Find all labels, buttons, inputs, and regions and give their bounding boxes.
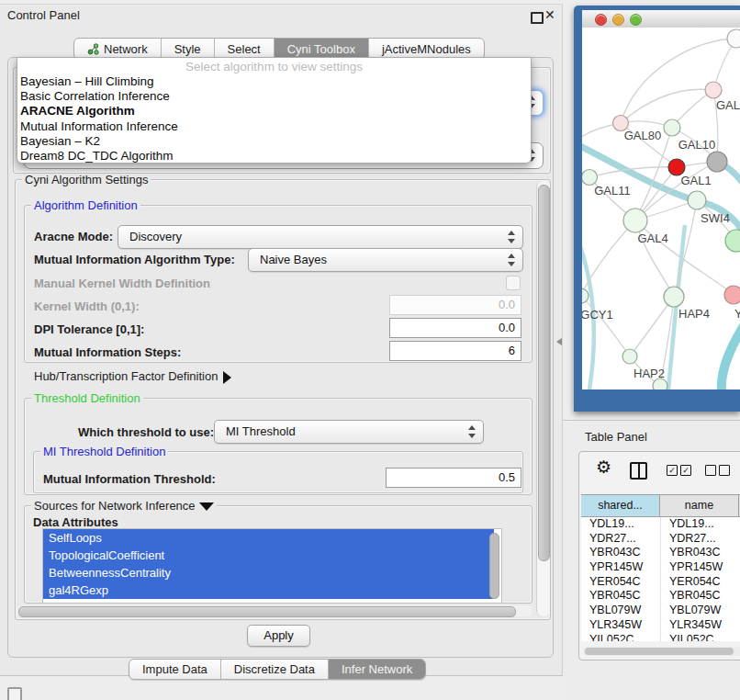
tab-select-label: Select (228, 42, 261, 56)
column-layout-icon[interactable] (630, 462, 647, 480)
control-panel-titlebar: Control Panel ✕ (0, 5, 562, 27)
node-gray[interactable] (707, 152, 727, 172)
node-gal11[interactable] (582, 170, 598, 186)
table-row[interactable]: YPR145W YPR145W 9. (581, 560, 740, 575)
scrollbar-thumb[interactable] (585, 648, 734, 655)
table-toolbar: ⚙ ✓ ✓ (579, 452, 740, 492)
table-row[interactable]: YIL052C YIL052C 9 (581, 633, 740, 641)
node-label: SWI4 (701, 211, 730, 225)
node-label: HAP2 (633, 367, 665, 380)
which-threshold-select[interactable]: MI Threshold (214, 420, 484, 444)
algorithm-dropdown-popup: Select algorithm to view settings Bayesi… (17, 57, 532, 164)
table-row[interactable]: YDL19... YDL19... 13 (581, 517, 740, 532)
node-hap4[interactable] (664, 287, 684, 307)
table-row[interactable]: YBR043C YBR043C (581, 546, 740, 560)
collapse-arrow-icon (199, 502, 214, 511)
apply-button[interactable]: Apply (247, 625, 310, 647)
table-row[interactable]: YBR045C YBR045C 9. (581, 589, 740, 604)
menu-item-basic-correlation[interactable]: Basic Correlation Inference (17, 89, 531, 104)
hub-definition-toggle[interactable]: Hub/Transcription Factor Definition (34, 369, 231, 384)
mi-threshold-field[interactable]: 0.5 (386, 468, 521, 488)
menu-item-aracne[interactable]: ARACNE Algorithm (17, 104, 531, 119)
node-label: GAL4 (637, 231, 667, 245)
sources-toggle[interactable]: Sources for Network Inference (31, 500, 217, 512)
settings-horizontal-scrollbar[interactable] (17, 605, 533, 616)
menu-item-bayesian-hill-climbing[interactable]: Bayesian – Hill Climbing (17, 74, 531, 89)
tab-impute-data-label: Impute Data (142, 662, 207, 676)
menu-item-bayesian-k2[interactable]: Bayesian – K2 (17, 134, 531, 149)
tab-impute-data[interactable]: Impute Data (129, 660, 221, 679)
node-label: GAL11 (594, 184, 631, 198)
list-item[interactable]: gal4RGexp (43, 581, 494, 599)
node[interactable] (725, 230, 740, 252)
cell: YIL052C (581, 633, 660, 641)
node[interactable] (727, 29, 740, 48)
manual-kernel-width-checkbox[interactable] (506, 276, 521, 290)
scrollbar-thumb[interactable] (18, 606, 516, 617)
panel-divider-arrow[interactable] (556, 338, 562, 345)
network-view-window[interactable]: GAL GAL80 GAL10 GAL1 GAL11 SWI4 GAL4 GCY… (574, 6, 740, 412)
table-row[interactable]: YER054C YER054C 8. (581, 575, 740, 590)
node-hap2[interactable] (622, 349, 637, 364)
table-row[interactable]: YBL079W YBL079W (581, 604, 740, 618)
select-none-icon[interactable] (705, 465, 716, 476)
tab-jactivemnodules-label: jActiveMNodules (382, 42, 471, 56)
network-icon (87, 43, 99, 55)
select-all-checked-icon[interactable]: ✓ (680, 465, 691, 476)
node-label: GAL1 (680, 174, 711, 187)
table-header-row: shared... name A (581, 494, 740, 517)
tab-style[interactable]: Style (162, 39, 215, 59)
tab-discretize-data[interactable]: Discretize Data (221, 660, 329, 679)
data-attributes-label: Data Attributes (33, 515, 118, 529)
list-item[interactable]: BetweennessCentrality (43, 564, 494, 581)
mi-steps-field[interactable]: 6 (389, 341, 521, 361)
zoom-window-icon[interactable] (630, 14, 642, 26)
column-header-name[interactable]: name (660, 495, 739, 516)
table-horizontal-scrollbar[interactable] (583, 647, 740, 656)
node-label: GAL (716, 98, 740, 112)
mi-algorithm-type-select[interactable]: Naive Bayes (248, 248, 523, 272)
node-gal10[interactable] (664, 119, 680, 136)
list-scrollbar[interactable] (489, 533, 499, 599)
node-y[interactable] (724, 286, 740, 304)
tab-infer-network[interactable]: Infer Network (329, 660, 425, 679)
menu-item-mutual-information[interactable]: Mutual Information Inference (17, 119, 531, 134)
close-panel-icon[interactable]: ✕ (544, 7, 555, 22)
select-none-icon[interactable] (719, 465, 730, 476)
list-item[interactable]: SelfLoops (43, 529, 494, 547)
which-threshold-label: Which threshold to use: (78, 425, 214, 439)
minimize-window-icon[interactable] (612, 14, 624, 26)
node-gcy1[interactable] (582, 288, 589, 303)
select-all-checked-icon[interactable]: ✓ (667, 465, 678, 476)
tab-cyni-toolbox[interactable]: Cyni Toolbox (275, 39, 369, 59)
network-window-titlebar[interactable] (582, 10, 740, 28)
node-gal4[interactable] (623, 209, 647, 232)
node-swi4[interactable] (688, 191, 706, 209)
cyni-bottom-tabbar: Impute Data Discretize Data Infer Networ… (129, 659, 426, 680)
data-attributes-list[interactable]: SelfLoops TopologicalCoefficient Between… (42, 528, 502, 604)
settings-gear-icon[interactable]: ⚙ (596, 458, 611, 476)
tab-jactivemnodules[interactable]: jActiveMNodules (369, 39, 484, 59)
dpi-tolerance-field[interactable]: 0.0 (389, 318, 521, 338)
network-node-labels: GAL GAL80 GAL10 GAL1 GAL11 SWI4 GAL4 GCY… (582, 98, 740, 380)
close-window-icon[interactable] (595, 14, 607, 26)
table-row[interactable]: YDR27... YDR27... 12 (581, 532, 740, 547)
settings-vertical-scrollbar[interactable] (536, 181, 550, 616)
kernel-width-field[interactable]: 0.0 (389, 295, 521, 315)
menu-item-dream8[interactable]: Dream8 DC_TDC Algorithm (17, 149, 531, 164)
scrollbar-thumb[interactable] (538, 185, 550, 561)
aracne-mode-value: Discovery (129, 230, 182, 243)
float-panel-icon[interactable] (531, 12, 544, 24)
node-gal[interactable] (705, 82, 722, 98)
restore-panel-icon[interactable] (7, 687, 22, 700)
cell: YBL079W (660, 604, 740, 618)
network-canvas[interactable]: GAL GAL80 GAL10 GAL1 GAL11 SWI4 GAL4 GCY… (582, 28, 740, 390)
tab-select[interactable]: Select (215, 39, 275, 59)
algorithm-definition-title: Algorithm Definition (31, 199, 140, 211)
aracne-mode-select[interactable]: Discovery (118, 225, 523, 249)
tab-network[interactable]: Network (74, 39, 162, 59)
table-row[interactable]: YLR345W YLR345W 9. (581, 618, 740, 633)
list-item[interactable]: TopologicalCoefficient (43, 547, 494, 564)
cell: YPR145W (660, 560, 740, 575)
column-header-shared-name[interactable]: shared... (581, 495, 660, 516)
